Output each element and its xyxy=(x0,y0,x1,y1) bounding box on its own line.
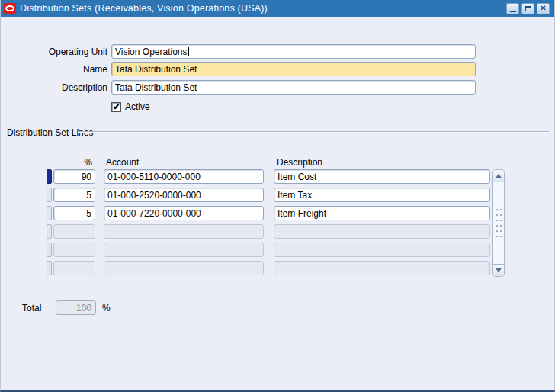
column-header-description: Description xyxy=(277,157,322,168)
name-label: Name xyxy=(1,64,107,75)
active-checkbox-row: ✔ Active xyxy=(111,101,150,112)
description-value: Tata Distribution Set xyxy=(115,82,197,93)
checkmark-icon: ✔ xyxy=(113,103,120,111)
name-value: Tata Distribution Set xyxy=(115,64,197,75)
distribution-sets-window: Distribution Sets (Receivables, Vision O… xyxy=(0,0,555,392)
maximize-icon xyxy=(525,6,531,11)
table-scrollbar[interactable] xyxy=(492,169,505,277)
window-controls: ✕ xyxy=(506,3,551,14)
description-label: Description xyxy=(1,82,107,93)
description-cell[interactable]: Item Freight xyxy=(274,206,490,220)
operating-unit-value: Vision Operations xyxy=(115,47,188,57)
account-cell[interactable]: 01-000-2520-0000-000 xyxy=(104,188,264,202)
account-cell[interactable]: 01-000-5110-0000-000 xyxy=(104,169,264,184)
window-title: Distribution Sets (Receivables, Vision O… xyxy=(20,3,268,14)
oracle-logo-icon xyxy=(4,3,16,14)
column-header-percent: % xyxy=(53,157,95,168)
percent-cell[interactable]: 5 xyxy=(53,206,95,220)
description-cell[interactable] xyxy=(274,261,490,275)
table-row: 5 01-000-7220-0000-000 Item Freight xyxy=(47,206,490,220)
percent-cell[interactable] xyxy=(53,261,95,275)
record-indicator[interactable] xyxy=(47,188,52,202)
arrow-down-icon xyxy=(496,268,502,272)
percent-cell[interactable] xyxy=(53,224,95,239)
distribution-lines-table: 90 01-000-5110-0000-000 Item Cost 5 01-0… xyxy=(47,169,490,279)
maximize-button[interactable] xyxy=(521,3,534,14)
scrollbar-thumb-grip[interactable] xyxy=(496,208,502,239)
percent-cell[interactable]: 90 xyxy=(53,169,95,184)
record-indicator[interactable] xyxy=(47,206,52,220)
table-row xyxy=(47,224,490,239)
total-field: 100 xyxy=(56,300,96,315)
section-title-distribution-set-lines: Distribution Set Lines xyxy=(7,127,93,138)
text-caret xyxy=(188,47,189,56)
description-field[interactable]: Tata Distribution Set xyxy=(111,80,476,95)
column-header-account: Account xyxy=(106,157,139,168)
arrow-up-icon xyxy=(496,174,502,178)
percent-cell[interactable] xyxy=(53,243,95,257)
close-icon: ✕ xyxy=(540,5,546,12)
title-bar[interactable]: Distribution Sets (Receivables, Vision O… xyxy=(1,0,554,17)
close-button[interactable]: ✕ xyxy=(537,3,550,14)
minimize-button[interactable] xyxy=(506,3,519,14)
table-row xyxy=(47,243,490,257)
percent-cell[interactable]: 5 xyxy=(53,188,95,202)
name-field[interactable]: Tata Distribution Set xyxy=(111,62,476,76)
active-checkbox-label: Active xyxy=(125,101,150,112)
operating-unit-label: Operating Unit xyxy=(1,47,107,57)
minimize-icon xyxy=(510,11,516,12)
total-label: Total xyxy=(22,303,41,313)
description-cell[interactable]: Item Cost xyxy=(274,169,490,184)
record-indicator[interactable] xyxy=(47,224,52,239)
record-indicator[interactable] xyxy=(47,261,52,275)
scroll-up-button[interactable] xyxy=(493,170,504,182)
operating-unit-field[interactable]: Vision Operations xyxy=(111,44,476,59)
scroll-down-button[interactable] xyxy=(493,264,504,276)
active-checkbox[interactable]: ✔ xyxy=(111,102,121,112)
table-row xyxy=(47,261,490,275)
account-cell[interactable]: 01-000-7220-0000-000 xyxy=(104,206,264,220)
total-percent-sign: % xyxy=(102,303,111,313)
account-cell[interactable] xyxy=(104,243,264,257)
current-record-indicator[interactable] xyxy=(47,169,52,184)
description-cell[interactable]: Item Tax xyxy=(274,188,490,202)
table-row: 90 01-000-5110-0000-000 Item Cost xyxy=(47,169,490,184)
description-cell[interactable] xyxy=(274,243,490,257)
record-indicator[interactable] xyxy=(47,243,52,257)
section-divider-line xyxy=(78,131,549,133)
description-cell[interactable] xyxy=(274,224,490,239)
account-cell[interactable] xyxy=(104,261,264,275)
table-row: 5 01-000-2520-0000-000 Item Tax xyxy=(47,188,490,202)
account-cell[interactable] xyxy=(104,224,264,239)
